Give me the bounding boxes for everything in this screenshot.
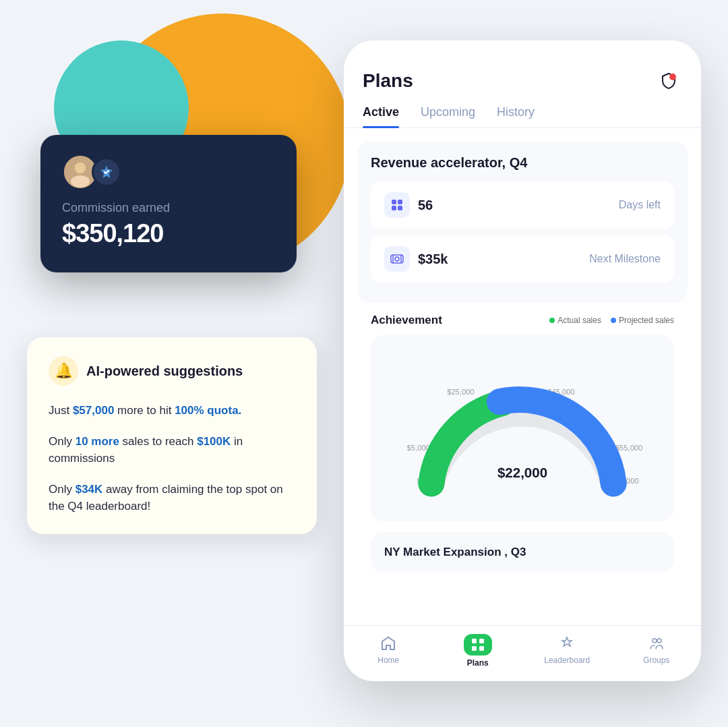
plans-content: Revenue accelerator, Q4 56 Days left <box>344 128 701 625</box>
legend-actual: Actual sales <box>549 316 601 325</box>
tab-upcoming[interactable]: Upcoming <box>421 105 475 127</box>
days-left-left: 56 <box>384 192 433 218</box>
milestone-label: Next Milestone <box>589 253 661 265</box>
ai-card-header: 🔔 AI-powered suggestions <box>49 356 295 386</box>
nav-plans-label: Plans <box>467 658 489 668</box>
highlight-10more: 10 more <box>75 435 119 448</box>
nav-leaderboard[interactable]: Leaderboard <box>522 634 612 668</box>
nav-home[interactable]: Home <box>344 634 433 668</box>
avatar-verified <box>92 157 121 187</box>
gauge-chart-container: $0 $5,000 $25,000 $45,000 $55,000 $90,00… <box>371 335 674 521</box>
chart-legend: Actual sales Projected sales <box>549 316 674 325</box>
achievement-title: Achievement <box>371 314 442 327</box>
gauge-svg-wrap: $0 $5,000 $25,000 $45,000 $55,000 $90,00… <box>384 346 661 508</box>
days-left-value: 56 <box>418 198 433 213</box>
grid-icon <box>384 192 410 218</box>
svg-rect-7 <box>392 206 396 210</box>
achievement-header: Achievement Actual sales Projected sales <box>371 314 674 327</box>
svg-text:$22,000: $22,000 <box>497 465 547 480</box>
commission-card: Commission earned $350,120 <box>40 135 297 272</box>
ai-suggestions-card: 🔔 AI-powered suggestions Just $57,000 mo… <box>27 337 317 534</box>
legend-dot-blue <box>611 318 616 323</box>
bottom-plan-title: NY Market Expansion , Q3 <box>384 546 661 559</box>
svg-point-3 <box>75 163 86 173</box>
revenue-plan-title: Revenue accelerator, Q4 <box>371 155 674 171</box>
legend-projected-label: Projected sales <box>619 316 674 325</box>
highlight-100pct: 100% quota. <box>175 404 241 417</box>
svg-rect-21 <box>479 639 484 643</box>
achievement-section: Achievement Actual sales Projected sales <box>357 314 688 521</box>
svg-rect-5 <box>392 200 396 204</box>
bell-icon: 🔔 <box>49 356 78 386</box>
nav-groups[interactable]: Groups <box>612 634 702 668</box>
legend-projected: Projected sales <box>611 316 674 325</box>
gauge-chart: $0 $5,000 $25,000 $45,000 $55,000 $90,00… <box>384 346 661 508</box>
highlight-57k: $57,000 <box>73 404 114 417</box>
plans-tabs: Active Upcoming History <box>344 94 701 128</box>
milestone-left: $35k <box>384 246 448 272</box>
phone-frame: Plans Active Upcoming History Revenue ac… <box>344 40 701 681</box>
svg-rect-8 <box>398 206 402 210</box>
legend-actual-label: Actual sales <box>557 316 601 325</box>
svg-text:$25,000: $25,000 <box>447 388 474 396</box>
plans-title: Plans <box>363 70 413 92</box>
plans-header: Plans <box>344 40 701 94</box>
svg-point-10 <box>395 257 399 261</box>
highlight-34k: $34K <box>75 483 103 496</box>
svg-point-4 <box>669 74 676 80</box>
next-milestone-metric: $35k Next Milestone <box>371 235 674 283</box>
tab-history[interactable]: History <box>497 105 535 127</box>
suggestion-3: Only $34K away from claiming the top spo… <box>49 481 295 515</box>
svg-text:$55,000: $55,000 <box>615 444 642 452</box>
svg-rect-6 <box>398 200 402 204</box>
svg-rect-23 <box>479 646 484 651</box>
svg-point-25 <box>657 639 661 643</box>
highlight-100k: $100K <box>197 435 231 448</box>
leaderboard-icon <box>557 634 576 653</box>
bottom-plan-card: NY Market Expansion , Q3 <box>371 532 674 573</box>
notification-icon[interactable] <box>655 67 682 94</box>
bottom-nav: Home Plans Leaderboard <box>344 625 701 681</box>
legend-dot-green <box>549 318 555 323</box>
svg-point-24 <box>653 639 657 643</box>
commission-avatars <box>62 154 275 190</box>
days-left-label: Days left <box>619 199 661 211</box>
plans-icon <box>464 634 492 656</box>
nav-home-label: Home <box>377 656 399 665</box>
milestone-value: $35k <box>418 252 448 267</box>
groups-icon <box>647 634 666 653</box>
commission-label: Commission earned <box>62 201 275 215</box>
svg-text:$5,000: $5,000 <box>407 444 430 452</box>
days-left-metric: 56 Days left <box>371 181 674 229</box>
suggestion-2: Only 10 more sales to reach $100K in com… <box>49 433 295 467</box>
commission-value: $350,120 <box>62 219 275 248</box>
ai-card-title: AI-powered suggestions <box>86 364 243 379</box>
revenue-accelerator-section: Revenue accelerator, Q4 56 Days left <box>357 142 688 303</box>
svg-point-2 <box>71 175 90 187</box>
svg-rect-22 <box>472 646 477 651</box>
nav-leaderboard-label: Leaderboard <box>544 656 590 665</box>
money-icon <box>384 246 410 272</box>
suggestion-1: Just $57,000 more to hit 100% quota. <box>49 402 295 419</box>
nav-plans[interactable]: Plans <box>433 634 523 668</box>
svg-rect-20 <box>472 639 477 643</box>
nav-groups-label: Groups <box>643 656 669 665</box>
home-icon <box>379 634 398 653</box>
tab-active[interactable]: Active <box>363 105 399 127</box>
ai-card-body: Just $57,000 more to hit 100% quota. Onl… <box>49 402 295 515</box>
